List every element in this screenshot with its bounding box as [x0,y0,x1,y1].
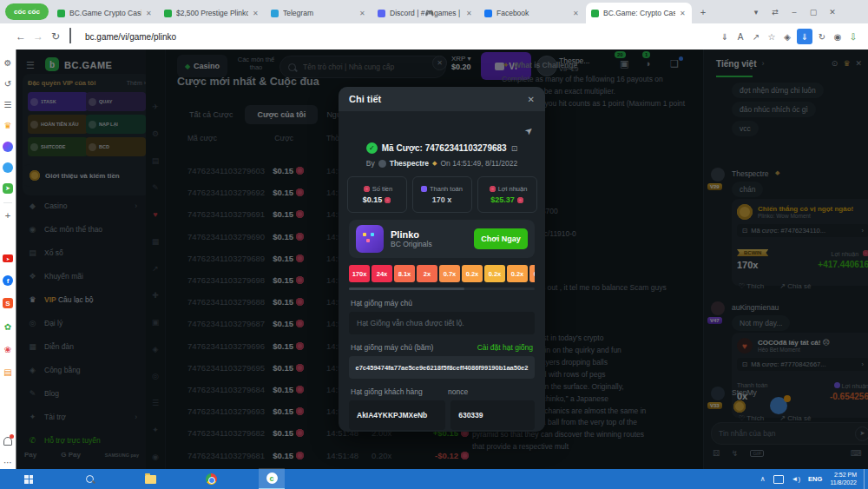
messenger-icon[interactable] [3,142,13,152]
tab-title: Facebook [496,9,569,17]
tab-close-icon[interactable] [253,10,260,17]
client-seed-field[interactable]: AkIA4YKKPJMXeNb [349,400,445,430]
maximize-icon[interactable]: ▢ [804,2,823,23]
chrome-icon[interactable] [198,469,224,489]
clock[interactable]: 2:52 PM 11/8/2022 [830,472,857,487]
tab-favicon [271,10,279,17]
network-icon[interactable] [773,475,784,484]
taskbar-search-icon[interactable] [76,469,102,489]
plinko-game-icon [356,225,384,253]
browser-tab[interactable]: Discord | #🎮games | BC G [372,3,478,23]
stat-label: Số tiền [372,185,392,193]
rose-shop-icon[interactable]: ❀ [2,343,14,355]
back-icon[interactable]: ← [12,28,30,45]
play-now-button[interactable]: Chơi Ngay [474,228,528,249]
cart-icon[interactable]: ▤ [2,366,14,378]
plant-shop-icon[interactable]: ✿ [2,320,14,333]
zalo-icon[interactable] [3,162,13,173]
address-bar[interactable]: bc.game/vi/game/plinko [85,32,176,42]
facebook-icon[interactable]: f [3,275,13,286]
coccoc-logo-label: cốc cốc [14,8,40,16]
browser-tab[interactable]: Facebook [479,3,585,23]
downloads-tray-icon[interactable]: ⇩ [845,29,861,44]
player-name[interactable]: Thespectre [390,159,429,168]
session-restore-icon[interactable]: ⇄ [766,2,785,23]
save-page-icon[interactable]: ⇓ [717,29,733,44]
game-card: Plinko BC Originals Chơi Ngay [349,220,535,258]
tab-close-icon[interactable] [146,10,153,17]
bet-detail-modal: Chi tiết ✕ ➤ ✓ Mã Cược: 7476234110327968… [339,87,545,432]
language-indicator[interactable]: ENG [808,475,822,483]
youtube-icon[interactable]: ➤ [3,254,13,262]
download-manager-icon[interactable]: ⇓ [797,29,812,44]
tab-favicon [57,10,65,17]
bookmark-star-icon[interactable]: ☆ [764,29,779,44]
history-icon[interactable]: ↺ [2,77,14,89]
minimize-icon[interactable]: – [785,2,804,23]
tab-search-icon[interactable]: ▾ [746,2,766,23]
lock-icon [69,29,80,44]
stat-value: $0.15 [363,195,383,204]
volume-icon[interactable]: ◄) [792,475,801,483]
bet-timestamp: On 14:51:49, 8/11/2022 [440,159,517,168]
browser-tab[interactable]: Telegram [266,3,372,23]
verified-check-icon: ✓ [366,142,378,154]
nonce-field[interactable]: 630339 [450,400,535,430]
multiplier-chip: 170x [349,265,370,282]
start-button[interactable] [16,469,42,489]
server-seed-hash-value[interactable]: e7c459474fa77ae5ce9e6218f5f8ceff4086f991… [349,356,535,379]
scrollbar-thumb[interactable] [349,287,464,290]
modal-title: Chi tiết [349,94,381,104]
tray-chevron-icon[interactable]: ∧ [760,475,766,483]
payout-icon [421,186,427,192]
translate-icon[interactable]: A [733,29,748,44]
seed-settings-link[interactable]: Cài đặt hạt giống [477,343,533,352]
reload-icon[interactable]: ↻ [47,28,64,45]
share-bet-icon[interactable]: ➤ [523,124,536,138]
multiplier-scrollbar[interactable] [349,287,535,290]
add-app-icon[interactable]: + [2,209,14,221]
bet-byline: By Thespectre ◆ On 14:51:49, 8/11/2022 [339,159,545,168]
server-seed-field[interactable]: Hạt Giống vẫn chưa được tiết lộ. [349,312,535,334]
window-close-icon[interactable]: ✕ [823,2,842,23]
shopee-icon[interactable]: S [3,298,13,308]
browser-tab-bar: cốc cốc BC.Game Crypto Casino Ga $2,500 … [0,0,868,23]
file-explorer-icon[interactable] [137,469,163,489]
multiplier-chip: 0.2x [462,265,483,282]
modal-close-icon[interactable]: ✕ [528,95,535,104]
tab-close-icon[interactable] [573,10,580,17]
multiplier-chip: 0.7x [439,265,460,282]
shield-icon[interactable]: ◈ [779,29,795,44]
coccoc-taskbar-icon[interactable]: c [259,468,285,489]
modal-header: Chi tiết ✕ [339,87,545,111]
crown-icon[interactable]: ♛ [2,119,14,131]
newsfeed-icon[interactable]: ☰ [2,98,14,110]
browser-tab[interactable]: BC.Game: Crypto Casino Ga [586,3,692,23]
more-icon[interactable]: ⋯ [2,456,14,468]
share-icon[interactable]: ↗ [748,29,764,44]
sync-icon[interactable]: ↻ [814,29,830,44]
tab-title: Discord | #🎮games | BC G [390,9,462,17]
client-seed-label: Hạt giống khách hàng [351,387,448,396]
copy-icon[interactable]: ⊡ [511,144,518,153]
browser-tab[interactable]: $2,500 Prestige Plinko Chall [159,3,265,23]
tab-close-icon[interactable] [359,10,366,17]
window-controls: ▾ ⇄ – ▢ ✕ [746,0,842,23]
coccoc-logo[interactable]: cốc cốc [5,3,49,20]
taskbar: c ∧ ◄) ENG 2:52 PM 11/8/2022 [0,469,868,489]
settings-icon[interactable]: ⚙ [2,56,14,69]
coin-icon [385,197,391,203]
new-tab-button[interactable]: + [694,4,712,20]
tab-favicon [484,10,492,17]
screen: cốc cốc BC.Game Crypto Casino Ga $2,500 … [0,0,868,489]
notification-bell-icon[interactable] [2,435,14,447]
forward-icon[interactable]: → [30,28,47,45]
show-desktop-button[interactable] [864,469,868,489]
tab-close-icon[interactable] [680,10,687,17]
tab-close-icon[interactable] [466,10,473,17]
server-seed-label: Hạt giống máy chủ [351,299,545,307]
games-icon[interactable]: ➤ [3,183,13,194]
browser-tab[interactable]: BC.Game Crypto Casino Ga [52,3,158,23]
stat-profit-box: Lợi nhuận $25.37 [477,176,537,213]
profile-icon[interactable]: ◉ [830,29,845,44]
